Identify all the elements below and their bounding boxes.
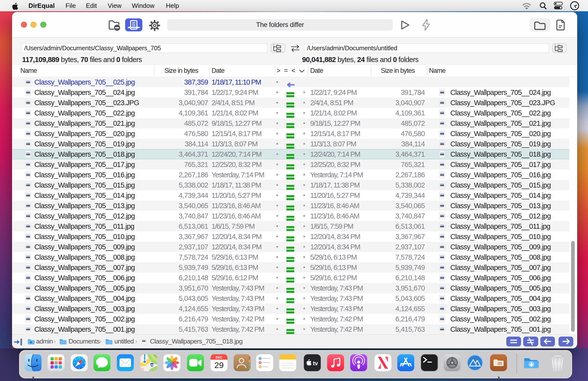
svg-text:280: 280: [150, 364, 154, 366]
svg-text:29: 29: [214, 361, 224, 370]
svg-text:tv: tv: [313, 360, 318, 366]
svg-text:DEC: DEC: [216, 356, 223, 359]
